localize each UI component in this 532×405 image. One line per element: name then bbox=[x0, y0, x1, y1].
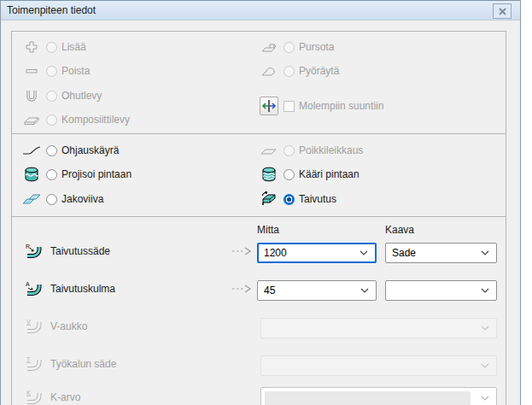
radio-pursota bbox=[284, 42, 295, 53]
form-row-taivutuskulma: A Taivutuskulma bbox=[24, 279, 115, 298]
chevron-down-icon bbox=[481, 250, 489, 255]
form-row-tyokalun-sade: T Työkalun säde bbox=[24, 355, 116, 373]
column-header-mitta: Mitta bbox=[257, 224, 279, 236]
radio-label-kaari-pintaan: Kääri pintaan bbox=[299, 168, 360, 180]
kaava-combobox-taivutussade[interactable]: Sade bbox=[385, 243, 497, 263]
radio-label-projisoi-pintaan: Projisoi pintaan bbox=[61, 168, 132, 180]
mapping-arrow-taivutuskulma bbox=[231, 284, 252, 294]
sheet-metal-icon bbox=[22, 86, 41, 105]
bend-angle-icon: A bbox=[24, 279, 43, 298]
svg-text:A: A bbox=[26, 281, 30, 287]
option-poista: Poista bbox=[22, 62, 90, 80]
radio-label-ohjauskayra: Ohjauskäyrä bbox=[61, 144, 119, 156]
form-label-taivutuskulma: Taivutuskulma bbox=[50, 283, 115, 295]
title-bar[interactable]: Toimenpiteen tiedot bbox=[1, 1, 520, 21]
window-title: Toimenpiteen tiedot bbox=[7, 4, 96, 16]
form-label-taivutussade: Taivutussäde bbox=[50, 245, 110, 257]
split-line-icon bbox=[22, 190, 41, 208]
chevron-down-icon bbox=[481, 288, 489, 293]
option-projisoi-pintaan: Projisoi pintaan bbox=[22, 165, 132, 184]
radio-pyorayta bbox=[284, 66, 295, 77]
radio-ohjauskayra[interactable] bbox=[46, 145, 57, 156]
combobox-k-arvo bbox=[260, 387, 497, 405]
minus-icon bbox=[22, 62, 41, 80]
checkbox-molempiin-suuntiin bbox=[284, 101, 295, 112]
close-icon bbox=[499, 8, 506, 15]
extrude-icon bbox=[260, 38, 278, 56]
both-directions-icon bbox=[260, 97, 278, 115]
chevron-down-icon bbox=[360, 250, 368, 255]
separator-2 bbox=[11, 216, 506, 217]
screenshot-root: Toimenpiteen tiedot Lisää Poista bbox=[0, 0, 532, 405]
v-opening-icon: V bbox=[24, 317, 43, 336]
radio-label-lisaa: Lisää bbox=[61, 41, 86, 53]
mitta-combobox-taivutussade[interactable]: 1200 bbox=[257, 243, 377, 263]
radio-jakoviiva[interactable] bbox=[46, 194, 57, 205]
project-to-surface-icon bbox=[22, 165, 41, 184]
option-komposiittilevy: Komposiittilevy bbox=[22, 110, 130, 129]
option-pursota: Pursota bbox=[260, 38, 334, 56]
guide-curve-icon bbox=[22, 141, 41, 160]
radio-taivutus[interactable] bbox=[284, 194, 295, 205]
form-row-v-aukko: V V-aukko bbox=[24, 317, 87, 336]
radio-poista bbox=[46, 66, 57, 77]
chevron-down-icon bbox=[481, 326, 489, 331]
kaava-value-taivutussade: Sade bbox=[392, 247, 416, 259]
k-factor-icon: K bbox=[24, 388, 43, 405]
form-row-taivutussade: R Taivutussäde bbox=[24, 242, 110, 261]
option-pyorayta: Pyöräytä bbox=[260, 62, 339, 80]
radio-label-pyorayta: Pyöräytä bbox=[299, 65, 339, 77]
separator-1 bbox=[11, 133, 506, 134]
chevron-down-icon bbox=[360, 288, 369, 293]
radio-kaari-pintaan[interactable] bbox=[284, 169, 295, 180]
option-taivutus: Taivutus bbox=[260, 190, 336, 208]
radio-label-poista: Poista bbox=[61, 65, 90, 77]
option-ohutlevy: Ohutlevy bbox=[22, 86, 102, 105]
kaava-combobox-taivutuskulma[interactable] bbox=[385, 280, 497, 301]
mitta-value-taivutussade: 1200 bbox=[264, 247, 287, 259]
checkbox-label-molempiin-suuntiin: Molempiin suuntiin bbox=[299, 100, 383, 112]
radio-label-pursota: Pursota bbox=[299, 41, 334, 53]
combobox-v-aukko bbox=[260, 318, 497, 338]
svg-text:V: V bbox=[26, 319, 31, 325]
column-header-kaava: Kaava bbox=[385, 224, 414, 236]
mitta-combobox-taivutuskulma[interactable]: 45 bbox=[257, 280, 377, 301]
radio-label-jakoviiva: Jakoviiva bbox=[61, 193, 103, 205]
svg-text:T: T bbox=[26, 356, 31, 362]
form-label-k-arvo: K-arvo bbox=[50, 391, 80, 403]
cross-section-icon bbox=[260, 141, 278, 160]
svg-text:K: K bbox=[26, 390, 31, 396]
radio-projisoi-pintaan[interactable] bbox=[46, 169, 57, 180]
option-kaari-pintaan: Kääri pintaan bbox=[260, 165, 360, 184]
close-button[interactable] bbox=[493, 3, 512, 19]
radio-label-ohutlevy: Ohutlevy bbox=[61, 90, 102, 102]
form-label-v-aukko: V-aukko bbox=[50, 320, 87, 332]
option-jakoviiva: Jakoviiva bbox=[22, 190, 103, 208]
radio-label-komposiittilevy: Komposiittilevy bbox=[61, 114, 130, 126]
radio-poikkileikkaus bbox=[284, 145, 295, 156]
chevron-down-icon bbox=[481, 363, 489, 368]
form-label-tyokalun-sade: Työkalun säde bbox=[50, 358, 116, 370]
form-row-k-arvo: K K-arvo bbox=[24, 388, 80, 405]
option-molempiin-suuntiin: Molempiin suuntiin bbox=[260, 97, 383, 115]
composite-panel-icon bbox=[22, 110, 41, 129]
combobox-tyokalun-sade bbox=[260, 355, 497, 376]
mapping-arrow-taivutussade bbox=[231, 246, 252, 256]
bend-icon bbox=[260, 190, 278, 208]
k-arvo-edit-field bbox=[265, 391, 471, 405]
revolve-icon bbox=[260, 62, 278, 80]
plus-icon bbox=[22, 38, 41, 56]
dialog-toimenpiteen-tiedot: Toimenpiteen tiedot Lisää Poista bbox=[0, 0, 521, 405]
option-lisaa: Lisää bbox=[22, 38, 86, 56]
svg-text:R: R bbox=[26, 244, 30, 249]
radio-label-poikkileikkaus: Poikkileikkaus bbox=[299, 144, 363, 156]
option-poikkileikkaus: Poikkileikkaus bbox=[260, 141, 363, 160]
radio-ohutlevy bbox=[46, 91, 57, 102]
radio-lisaa bbox=[46, 42, 57, 53]
radio-label-taivutus: Taivutus bbox=[299, 193, 336, 205]
chevron-down-icon bbox=[481, 396, 489, 401]
mitta-value-taivutuskulma: 45 bbox=[264, 285, 275, 296]
bend-radius-icon: R bbox=[24, 242, 43, 261]
radio-komposiittilevy bbox=[46, 114, 57, 126]
tool-radius-icon: T bbox=[24, 355, 43, 373]
